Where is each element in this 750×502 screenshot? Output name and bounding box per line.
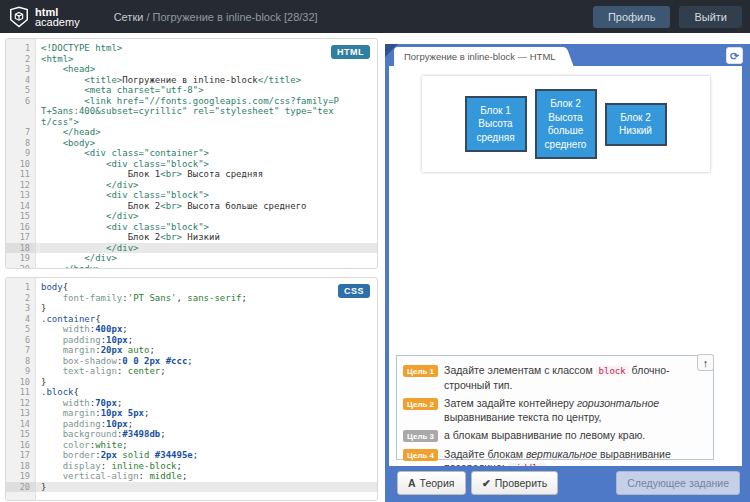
line-number: 15 <box>6 211 36 222</box>
code-line[interactable]: 19 vertical-align: middle; <box>6 471 377 482</box>
line-number: 16 <box>6 440 36 451</box>
preview-viewport: Блок 1 Высота средняяБлок 2 Высота больш… <box>389 66 742 466</box>
goals-panel: Цель 1Задайте элементам с классом block … <box>396 355 714 460</box>
next-task-button[interactable]: Следующее задание <box>616 471 740 495</box>
code-line[interactable]: 15 </div> <box>6 211 377 222</box>
code-line[interactable]: 1body{ <box>6 282 377 293</box>
scroll-up-icon[interactable]: ↑ <box>697 354 714 371</box>
code-line[interactable]: 10} <box>6 377 377 388</box>
theory-button[interactable]: АТеория <box>397 471 466 495</box>
goal-text: Задайте элементам с классом block блочно… <box>444 364 705 392</box>
code-line[interactable]: 14 padding:10px; <box>6 419 377 430</box>
code-lines[interactable]: 1<!DOCTYPE html>2<html>3 <head>4 <title>… <box>6 39 377 269</box>
code-lines[interactable]: 1body{2 font-family:'PT Sans', sans-seri… <box>6 278 377 492</box>
code-line[interactable]: 17 Блок 2<br> Низкий <box>6 232 377 243</box>
goal-badge: Цель 1 <box>403 365 438 377</box>
code-line[interactable]: 5 width:400px; <box>6 324 377 335</box>
goal-item: Цель 4Задайте блокам вертикальное выравн… <box>403 448 705 467</box>
code-line[interactable]: 9 <div class="container"> <box>6 148 377 159</box>
line-number: 13 <box>6 190 36 201</box>
logo-shield-icon <box>8 6 30 28</box>
code-line[interactable]: 16 <div class="block"> <box>6 222 377 233</box>
line-number: 13 <box>6 408 36 419</box>
logo-line2: academy <box>35 17 80 27</box>
code-line[interactable]: 7 </head> <box>6 127 377 138</box>
preview-tabstrip: Погружение в inline-block — HTML ⟳ <box>385 44 750 66</box>
code-line[interactable]: 3} <box>6 303 377 314</box>
line-number: 7 <box>6 127 36 138</box>
line-number: 11 <box>6 169 36 180</box>
breadcrumb-current: / Погружение в inline-block [28/32] <box>143 11 317 23</box>
line-number: 19 <box>6 253 36 264</box>
line-number: 9 <box>6 148 36 159</box>
code-line[interactable]: 19 </div> <box>6 253 377 264</box>
code-line[interactable]: 13 margin:10px 5px; <box>6 408 377 419</box>
code-line[interactable]: 6 <link href="//fonts.googleapis.com/css… <box>6 96 377 128</box>
code-line[interactable]: 18 </div> <box>6 243 377 254</box>
line-number: 10 <box>6 377 36 388</box>
code-line[interactable]: 18 display: inline-block; <box>6 461 377 472</box>
code-line[interactable]: 3 <head> <box>6 64 377 75</box>
code-line[interactable]: 11.block{ <box>6 387 377 398</box>
line-number: 1 <box>6 43 36 54</box>
theory-icon: А <box>408 477 416 489</box>
check-button[interactable]: ✔Проверить <box>471 471 558 495</box>
code-line[interactable]: 20 </body> <box>6 264 377 270</box>
goal-text: а блокам выравнивание по левому краю. <box>444 429 645 443</box>
code-line[interactable]: 1<!DOCTYPE html> <box>6 43 377 54</box>
code-line[interactable]: 14 Блок 2<br> Высота больше среднего <box>6 201 377 212</box>
code-line[interactable]: 4.container{ <box>6 314 377 325</box>
line-number: 15 <box>6 429 36 440</box>
breadcrumb-section-link[interactable]: Сетки <box>114 11 144 23</box>
code-line[interactable]: 10 <div class="block"> <box>6 159 377 170</box>
code-line[interactable]: 4 <title>Погружение в inline-block</titl… <box>6 75 377 86</box>
line-number: 5 <box>6 85 36 96</box>
html-code-editor[interactable]: 1<!DOCTYPE html>2<html>3 <head>4 <title>… <box>5 38 378 269</box>
html-badge: HTML <box>331 45 370 59</box>
line-number: 14 <box>6 201 36 212</box>
inline-code: block <box>596 366 629 376</box>
code-line[interactable]: 12 width:70px; <box>6 398 377 409</box>
profile-button[interactable]: Профиль <box>593 6 671 28</box>
line-number: 9 <box>6 366 36 377</box>
preview-block: Блок 2 Низкий <box>605 103 667 146</box>
html-academy-logo[interactable]: html academy <box>8 6 80 28</box>
goals-list: Цель 1Задайте элементам с классом block … <box>403 364 705 466</box>
line-number: 12 <box>6 398 36 409</box>
code-line[interactable]: 9 text-align: center; <box>6 366 377 377</box>
code-line[interactable]: 13 <div class="block"> <box>6 190 377 201</box>
code-line[interactable]: 20} <box>6 482 377 493</box>
code-line[interactable]: 6 padding:10px; <box>6 335 377 346</box>
goal-text: Затем задайте контейнеру горизонтальное … <box>444 397 705 424</box>
check-icon: ✔ <box>482 477 491 489</box>
code-line[interactable]: 7 margin:20px auto; <box>6 345 377 356</box>
line-number: 4 <box>6 75 36 86</box>
code-line[interactable]: 2<html> <box>6 54 377 65</box>
code-line[interactable]: 2 font-family:'PT Sans', sans-serif; <box>6 293 377 304</box>
top-header: html academy Сетки / Погружение в inline… <box>0 0 750 33</box>
goal-badge: Цель 4 <box>403 449 438 461</box>
refresh-icon[interactable]: ⟳ <box>726 47 743 64</box>
code-line[interactable]: 16 color:white; <box>6 440 377 451</box>
goal-badge: Цель 2 <box>403 398 438 410</box>
code-line[interactable]: 8 <body> <box>6 138 377 149</box>
code-line[interactable]: 15 background:#3498db; <box>6 429 377 440</box>
line-number: 4 <box>6 314 36 325</box>
rendered-container: Блок 1 Высота средняяБлок 2 Высота больш… <box>422 76 710 172</box>
code-line[interactable]: 11 Блок 1<br> Высота средняя <box>6 169 377 180</box>
preview-tab[interactable]: Погружение в inline-block — HTML <box>394 47 562 66</box>
line-number: 5 <box>6 324 36 335</box>
line-number: 6 <box>6 96 36 128</box>
css-code-editor[interactable]: 1body{2 font-family:'PT Sans', sans-seri… <box>5 277 378 501</box>
preview-block: Блок 1 Высота средняя <box>465 96 527 153</box>
code-line[interactable]: 5 <meta charset="utf-8"> <box>6 85 377 96</box>
line-number: 20 <box>6 482 36 493</box>
line-number: 18 <box>6 461 36 472</box>
line-number: 6 <box>6 335 36 346</box>
code-line[interactable]: 8 box-shadow:0 0 2px #ccc; <box>6 356 377 367</box>
preview-block: Блок 2 Высота больше среднего <box>535 89 597 159</box>
code-line[interactable]: 12 </div> <box>6 180 377 191</box>
logout-button[interactable]: Выйти <box>679 6 742 28</box>
code-line[interactable]: 17 border:2px solid #34495e; <box>6 450 377 461</box>
line-number: 8 <box>6 138 36 149</box>
